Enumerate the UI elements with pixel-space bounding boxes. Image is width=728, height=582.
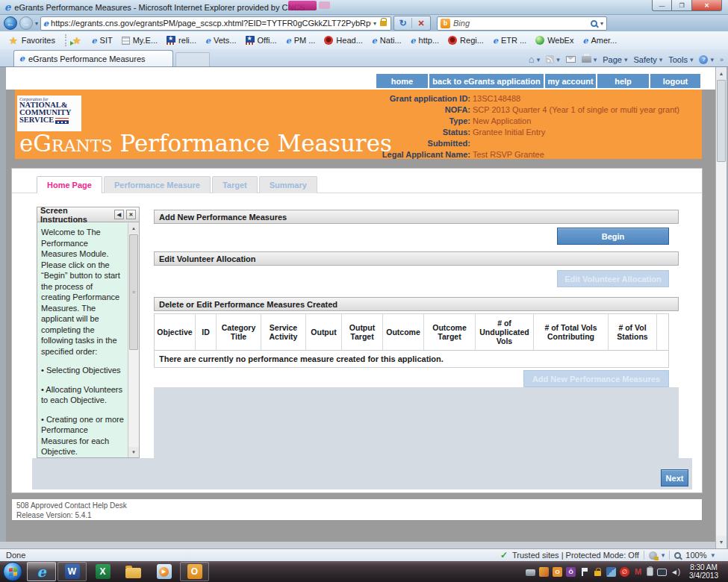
address-dropdown-icon[interactable]: ▾ <box>373 20 376 27</box>
help-menu[interactable]: ?▾ <box>699 55 714 64</box>
safety-menu[interactable]: Safety▾ <box>634 55 663 64</box>
tab-summary[interactable]: Summary <box>259 176 317 193</box>
forward-button[interactable]: → <box>19 16 33 30</box>
new-tab-button[interactable] <box>175 52 210 66</box>
favorite-item[interactable]: reli... <box>162 33 201 48</box>
scroll-up-icon[interactable]: ▲ <box>128 223 139 234</box>
security-zone-text: Trusted sites | Protected Mode: Off <box>512 551 639 560</box>
smartscreen-icon[interactable] <box>649 551 657 560</box>
taskbar-ie-button[interactable]: e <box>27 562 56 581</box>
antivirus-tray-icon[interactable]: ∅ <box>620 567 629 577</box>
tab-target[interactable]: Target <box>212 176 258 193</box>
minimize-button[interactable]: — <box>652 0 672 11</box>
app-nav: home back to eGrants application my acco… <box>376 74 700 88</box>
outlook-tray-icon[interactable]: O <box>553 567 562 577</box>
nav-my-account-button[interactable]: my account <box>545 74 596 88</box>
zoom-dropdown-icon[interactable]: ▾ <box>711 551 715 559</box>
nav-logout-button[interactable]: logout <box>650 74 700 88</box>
nav-help-button[interactable]: help <box>597 74 649 88</box>
next-button[interactable]: Next <box>661 469 688 486</box>
printer-tray-icon[interactable] <box>526 569 535 576</box>
close-button[interactable]: ✕ <box>692 0 722 11</box>
favorite-item[interactable]: eAmer... <box>578 33 621 48</box>
stop-icon[interactable]: ✕ <box>412 19 430 28</box>
volume-tray-icon[interactable]: ◄) <box>671 567 680 577</box>
favorite-item[interactable]: ehttp... <box>406 33 444 48</box>
favorite-item[interactable]: Offi... <box>241 33 281 48</box>
tab-title: eGrants Performance Measures <box>28 54 146 63</box>
refresh-icon[interactable]: ↻ <box>394 18 412 28</box>
url-text[interactable]: https://egrants.cns.gov/egrantsPM/page_s… <box>51 19 371 28</box>
search-dropdown-icon[interactable]: ▾ <box>600 20 603 27</box>
zone-dropdown-icon[interactable]: ▾ <box>662 551 665 559</box>
usb-device-tray-icon[interactable] <box>606 567 616 577</box>
search-input[interactable]: Bing <box>453 19 588 28</box>
favorite-item[interactable]: Head... <box>320 33 367 48</box>
favorite-item[interactable]: WebEx <box>531 33 578 48</box>
tab-performance-measure[interactable]: Performance Measure <box>104 176 211 193</box>
favorites-label: Favorites <box>22 36 55 45</box>
col-output: Output <box>306 314 342 350</box>
favorite-item[interactable]: Regi... <box>444 33 488 48</box>
red-badge-favicon-icon <box>448 36 457 45</box>
favorite-item[interactable]: eNati... <box>367 33 406 48</box>
taskbar-explorer-button[interactable] <box>119 562 148 581</box>
tools-menu[interactable]: Tools▾ <box>668 55 693 64</box>
home-menu[interactable]: ⌂▾ <box>529 54 540 64</box>
add-new-performance-measures-button[interactable]: Add New Performance Measures <box>523 370 669 387</box>
page-menu[interactable]: Page▾ <box>603 55 627 64</box>
tab-home-page[interactable]: Home Page <box>37 176 102 193</box>
print-menu[interactable]: ▾ <box>582 56 597 63</box>
edit-volunteer-allocation-button[interactable]: Edit Volunteer Allocation <box>557 270 669 287</box>
zoom-level[interactable]: 100% <box>685 551 706 560</box>
maximize-button[interactable]: ❐ <box>672 0 692 11</box>
scroll-up-icon[interactable]: ▲ <box>716 67 727 80</box>
favorite-item[interactable]: My.E... <box>117 33 162 48</box>
taskbar-word-button[interactable]: W <box>57 562 87 581</box>
taskbar-excel-button[interactable]: X <box>88 562 117 581</box>
collapse-panel-icon[interactable]: ◀ <box>114 210 124 219</box>
favorite-item[interactable]: eSIT <box>87 33 117 48</box>
address-bar[interactable]: e https://egrants.cns.gov/egrantsPM/page… <box>40 16 391 31</box>
window-border <box>0 67 6 548</box>
page-scrollbar[interactable]: ▲ ▼ <box>715 67 727 548</box>
favorite-item[interactable]: eETR ... <box>488 33 531 48</box>
grant-info: Grant application ID:13SC148488 NOFA:SCP… <box>231 93 679 160</box>
search-box[interactable]: b Bing ▾ <box>437 16 607 31</box>
zoom-icon[interactable] <box>674 552 681 559</box>
instructions-scrollbar[interactable]: ▲ ≡ ▼ <box>128 223 139 457</box>
communicator-tray-icon[interactable] <box>539 567 549 577</box>
browser-tab[interactable]: e eGrants Performance Measures <box>13 50 173 66</box>
lock-tray-icon[interactable] <box>593 567 603 577</box>
mcafee-tray-icon[interactable]: M <box>633 567 643 577</box>
feeds-menu[interactable]: ▾ <box>546 55 560 63</box>
favorite-item[interactable]: eVets... <box>201 33 241 48</box>
clipboard-tray-icon[interactable] <box>647 567 653 576</box>
history-dropdown-icon[interactable]: ▾ <box>35 20 38 27</box>
add-favorite-icon[interactable]: ★ <box>72 36 81 46</box>
scroll-down-icon[interactable]: ▼ <box>128 447 139 457</box>
nav-home-button[interactable]: home <box>376 74 428 88</box>
scroll-down-icon[interactable]: ▼ <box>716 536 727 548</box>
action-center-flag-icon[interactable] <box>579 567 589 577</box>
scroll-thumb[interactable] <box>717 80 726 162</box>
back-button[interactable]: ← <box>4 16 17 30</box>
section-delete-edit-header: Delete or Edit Performance Measures Crea… <box>154 297 679 311</box>
scroll-thumb[interactable]: ≡ <box>129 234 138 350</box>
close-panel-icon[interactable]: ✕ <box>126 210 136 219</box>
begin-button[interactable]: Begin <box>557 228 669 245</box>
favorite-item[interactable]: ePM ... <box>281 33 320 48</box>
toolbar-overflow-icon[interactable]: » <box>720 56 724 63</box>
star-flag-favicon-icon <box>167 36 175 45</box>
read-mail-button[interactable] <box>566 56 576 63</box>
search-icon[interactable] <box>591 20 597 27</box>
taskbar-clock[interactable]: 8:30 AM 3/4/2013 <box>684 563 724 580</box>
network-tray-icon[interactable] <box>657 569 667 576</box>
start-button[interactable] <box>3 562 22 581</box>
taskbar-media-player-button[interactable]: ▶ <box>149 562 178 581</box>
ssl-lock-icon[interactable] <box>380 21 387 26</box>
taskbar-outlook-button[interactable]: O <box>180 562 209 581</box>
lync-tray-icon[interactable]: Ô <box>566 567 576 577</box>
nav-back-to-egrants-button[interactable]: back to eGrants application <box>429 74 544 88</box>
favorites-button[interactable]: ★ Favorites <box>3 33 61 48</box>
